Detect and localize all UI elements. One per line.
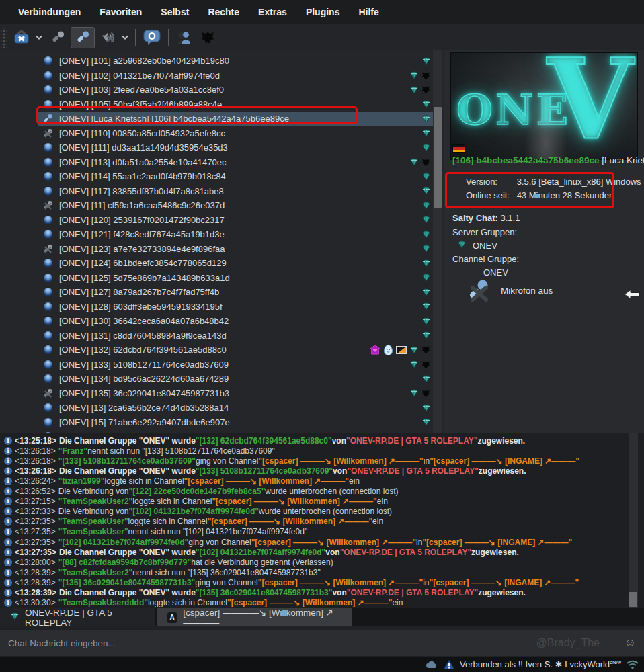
channel-link[interactable]: "[cspacer] ———↘ [INGAME] ↗———" (422, 538, 572, 547)
client-badges (410, 389, 430, 398)
chat-text: in (424, 456, 430, 466)
menu-hilfe[interactable]: Hilfe (350, 3, 387, 22)
tree-row[interactable]: [ONEV] [103] 2feed7ea0be54a03a1cc8ef0 (0, 83, 433, 97)
tree-row[interactable]: [ONEV] [110] 00850a85cd054932a5efe8cc (0, 126, 433, 140)
tree-row[interactable]: [ONEV] [127] 8a79ad267b7c4f7fad75ff4b (0, 285, 433, 299)
chat-timestamp: <13:26:18> (15, 466, 56, 476)
client-link[interactable]: "TeamSpeakUserdddd" (58, 598, 148, 607)
client-link[interactable]: "TeamSpeakUser2" (58, 497, 133, 506)
chat-input[interactable]: Chat Nachricht eingeben... @Brady_The ☺ (0, 630, 644, 656)
client-link[interactable]: "[135] 36c029041e804745987731b3" (196, 588, 333, 597)
tree-scrollbar[interactable] (433, 50, 442, 433)
channel-link[interactable]: "[cspacer] ———↘ [Willkommen] ↗———" (184, 476, 349, 486)
server-banner[interactable]: ONE V (450, 52, 638, 160)
microphone-icon (76, 30, 90, 44)
server-link[interactable]: "ONEV-RP.DE | GTA 5 ROLEPLAY" (340, 548, 471, 557)
tree-row[interactable]: [ONEV] [125] 5d75e869b7a143489b633a1d (0, 271, 433, 285)
tree-row[interactable]: [ONEV] [120] 2539167f0201472f90bc2317 (0, 213, 433, 227)
client-link[interactable]: "Franz" (58, 446, 87, 456)
client-link[interactable]: "[102] 041321be7f074aff9974fe0d" (58, 538, 189, 547)
channel-link[interactable]: "[cspacer] ———↘ [Willkommen] ↗———" (227, 598, 392, 607)
client-link[interactable]: "[132] 62dcbd764f394561ae5d88c0" (196, 436, 332, 446)
server-link[interactable]: "ONEV-RP.DE | GTA 5 ROLEPLAY" (347, 588, 478, 597)
info-icon: i (4, 437, 12, 445)
wolf-plugin-button[interactable] (198, 27, 218, 48)
disconnect-button[interactable] (11, 27, 34, 48)
microphone-gray-icon (51, 30, 65, 44)
tree-row[interactable]: [ONEV] [131] c8dd760458984a9f9cea143d (0, 329, 433, 343)
tree-row[interactable]: [ONEV] [105] 50baf3f5ab2f46b899a88c4e (0, 97, 433, 112)
channel-link[interactable]: "[cspacer] ———↘ [INGAME] ↗———" (429, 578, 579, 587)
client-link[interactable]: "[133] 5108b12711764ce0adb37609" (58, 456, 196, 466)
tree-row[interactable]: [ONEV] [11] cf59a1a6caa5486c9c26e037d (0, 198, 433, 212)
client-link[interactable]: "TeamSpeakUser" (58, 517, 128, 526)
tree-row[interactable]: [ONEV] [114] 55aa1c2aad0f4b979b018c84 (0, 169, 433, 183)
tree-row[interactable]: [ONEV] [133] 5108b12711764ce0adb37609 (0, 358, 433, 372)
client-link[interactable]: "[102] 041321be7f074aff9974fe0d" (128, 507, 259, 516)
chat-scrollbar-thumb[interactable] (629, 592, 637, 607)
contacts-button[interactable] (173, 27, 195, 48)
warning-triangle-icon[interactable] (444, 660, 454, 669)
speaker-dropdown[interactable] (120, 27, 130, 48)
client-id[interactable]: [106] b4bcbea5442a4a75b6ee89ce (452, 155, 599, 165)
channel-link[interactable]: "[cspacer] ———↘ [INGAME] ↗———" (430, 456, 579, 466)
tree-row[interactable]: [ONEV] [123] a7e7e32733894e4e9f896faa (0, 242, 433, 256)
menu-rechte[interactable]: Rechte (199, 3, 248, 22)
menu-favoriten[interactable]: Favoriten (91, 3, 151, 22)
server-link[interactable]: "ONEV-RP.DE | GTA 5 ROLEPLAY" (346, 436, 477, 446)
toolbar-drag-handle[interactable] (1, 28, 7, 48)
subscribe-bubble-button[interactable] (140, 27, 163, 48)
wifi-signal-icon[interactable] (627, 660, 639, 669)
tree-row[interactable]: [ONEV] [102] 041321be7f074aff9974fe0d (0, 69, 433, 83)
client-link[interactable]: "[102] 041321be7f074aff9974fe0d" (196, 548, 326, 557)
menu-selbst[interactable]: Selbst (152, 3, 198, 22)
tree-row[interactable]: [ONEV] [Luca Krietsch] [106] b4bcbea5442… (0, 112, 433, 126)
client-link[interactable]: "TeamSpeakUser2" (58, 568, 133, 577)
chat-text: ein (372, 517, 383, 526)
menu-extras[interactable]: Extras (249, 3, 296, 22)
channel-link[interactable]: "[cspacer] ———↘ [Willkommen] ↗———" (258, 578, 423, 587)
server-link[interactable]: "ONEV-RP.DE | GTA 5 ROLEPLAY" (347, 466, 478, 476)
tab-channel[interactable]: A [cspacer] ————↘ [Willkommen] ↗———— (157, 608, 352, 626)
version-value: 3.5.6 [Beta_linux_x86] Windows (517, 177, 641, 187)
speaker-mute-button[interactable] (98, 27, 120, 48)
channel-link[interactable]: "[cspacer] ———↘ [Willkommen] ↗———" (208, 517, 372, 526)
menu-plugins[interactable]: Plugins (297, 3, 349, 22)
tree-row[interactable]: [ONEV] [134] bd95c6ac26224d60aa674289 (0, 372, 433, 386)
tree-row[interactable]: [ONEV] [135] 36c029041e804745987731b3 (0, 386, 433, 401)
disconnect-dropdown[interactable] (34, 27, 44, 48)
info-icon: i (4, 497, 12, 505)
tree-scrollbar-thumb[interactable] (434, 107, 442, 208)
tree-row[interactable]: [ONEV] [13] 2ca6a56b2ce74d4db35288a14 (0, 401, 433, 415)
menu-verbindungen[interactable]: Verbindungen (9, 3, 89, 22)
emoji-picker-icon[interactable]: ☺ (625, 636, 636, 650)
channel-link[interactable]: "[cspacer] ———↘ [Willkommen] ↗———" (251, 538, 416, 547)
chat-scrollbar[interactable] (629, 433, 638, 608)
tree-row[interactable]: [ONEV] [111] dd3aa11a149d4d35954e35d3 (0, 140, 433, 155)
client-link[interactable]: "[133] 5108b12711764ce0adb37609" (196, 466, 333, 476)
tree-row[interactable]: [ONEV] [121] f428c8edf7674a45a19b1d3e (0, 227, 433, 241)
tab-server[interactable]: ONEV-RP.DE | GTA 5 ROLEPLAY (0, 608, 155, 626)
tree-row[interactable]: [ONEV] [113] d0fa51a0a2554e10a41470ec (0, 155, 433, 169)
tree-row[interactable]: [ONEV] [124] 6b1bdeefc3854c778065d129 (0, 256, 433, 270)
channel-link[interactable]: "[cspacer] ———↘ [Willkommen] ↗———" (258, 456, 423, 466)
tree-row[interactable]: [ONEV] [117] 83855df87b0d4f7a8c81abe8 (0, 184, 433, 198)
mic-gray-button[interactable] (48, 27, 68, 48)
tree-row[interactable]: [ONEV] [130] 36642ceca6a04a07a6b48b42 (0, 314, 433, 328)
mic-activate-button[interactable] (71, 27, 95, 48)
tree-row[interactable]: [ONEV] [128] 603dff3ebe5945919334195f (0, 300, 433, 314)
chat-text: wurde unterbrochen (connection lost) (259, 507, 392, 516)
info-icon: i (4, 517, 12, 526)
client-link[interactable]: "tizian1999" (58, 476, 105, 486)
client-name: [ONEV] [128] 603dff3ebe5945919334195f (59, 302, 223, 312)
client-link[interactable]: "[88] c82fcfdaa9594b7c8bf99d779" (58, 558, 192, 567)
cloud-sync-icon[interactable] (425, 660, 438, 669)
client-link[interactable]: "TeamSpeakUser" (58, 527, 128, 536)
channel-link[interactable]: "[cspacer] ———↘ [Willkommen] ↗———" (212, 497, 376, 506)
tree-row[interactable]: [ONEV] [132] 62dcbd764f394561ae5d88c0 (0, 343, 433, 357)
tree-row[interactable]: [ONEV] [15] 71abe6e292a9407dbde6e907e (0, 415, 433, 429)
chat-timestamp: <13:28:39> (15, 588, 56, 597)
client-link[interactable]: "[122] 22ce50dc0de14e7b9feb8ca5" (128, 487, 265, 496)
tree-row[interactable]: [ONEV] [101] a259682eb0be404294b19c80 (0, 54, 433, 68)
client-link[interactable]: "[135] 36c029041e804745987731b3" (58, 578, 196, 587)
